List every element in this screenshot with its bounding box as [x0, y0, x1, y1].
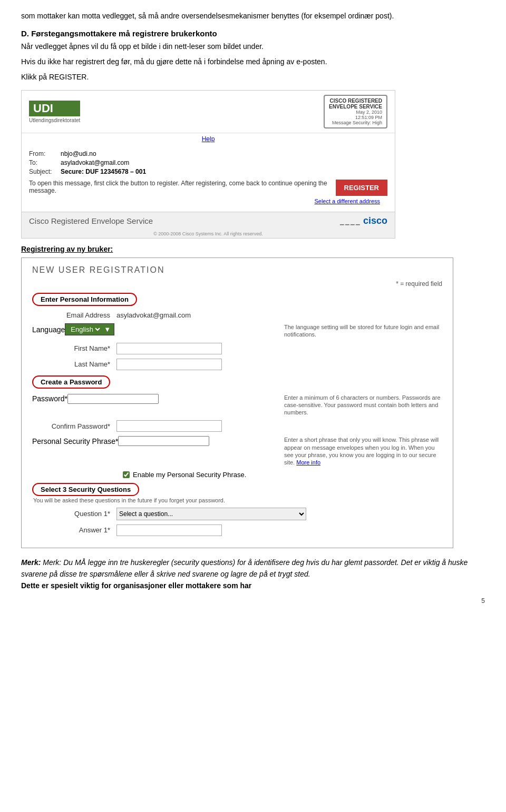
cisco-service-name: Cisco Registered Envelope Service [29, 216, 153, 225]
email-to-row: To: asyladvokat@gmail.com [29, 159, 387, 166]
stamp-date: May 2, 2010 [329, 110, 382, 115]
security-phrase-input[interactable] [118, 436, 209, 446]
cisco-footer: Cisco Registered Envelope Service ▁▁▁▁ c… [22, 212, 395, 230]
confirm-password-row: Confirm Password* [32, 420, 442, 432]
select-questions-pill: Select 3 Security Questions [32, 483, 139, 496]
udi-logo-text: UDI [29, 101, 80, 116]
registration-section-label: Registrering av ny bruker: [21, 245, 485, 253]
bottom-text-line1: Merk: Du MÅ legge inn tre huskeregler (s… [21, 558, 468, 578]
confirm-password-label: Confirm Password* [32, 422, 116, 430]
language-select-area[interactable]: English Norsk ▼ [65, 323, 114, 335]
answer1-row: Answer 1* [32, 524, 442, 536]
password-label: Password* [32, 394, 67, 403]
security-phrase-label: Personal Security Phrase* [32, 437, 118, 445]
subject-value: Secure: DUF 12345678 – 001 [61, 168, 146, 175]
dropdown-arrow-icon: ▼ [104, 325, 111, 333]
email-from-row: From: nbjo@udi.no [29, 150, 387, 157]
stamp-time: 12:51:09 PM [329, 115, 382, 120]
stamp-title: CISCO REGISTEREDENVELOPE SERVICE [329, 98, 382, 110]
first-name-input[interactable] [116, 343, 222, 354]
udi-logo-subtitle: Utlendingsdirektoratet [29, 117, 80, 123]
answer1-label: Answer 1* [32, 526, 116, 534]
intro-para2: Hvis du ikke har registrert deg før, må … [21, 56, 485, 67]
udi-logo: UDI Utlendingsdirektoratet [29, 101, 80, 123]
required-note: * = required field [32, 280, 442, 288]
password-pill: Create a Password [32, 375, 110, 389]
page-number: 5 [21, 597, 485, 605]
email-screenshot: UDI Utlendingsdirektoratet CISCO REGISTE… [21, 90, 395, 239]
select-questions-note: You will be asked these questions in the… [33, 497, 442, 503]
language-left: Language English Norsk ▼ [32, 323, 277, 335]
email-address-value: asyladvokat@gmail.com [116, 311, 191, 319]
enable-security-phrase-row: Enable my Personal Security Phrase. [123, 471, 442, 479]
from-label: From: [29, 150, 61, 157]
email-message-text: To open this message, first click the bu… [29, 180, 328, 194]
intro-para1: Når vedlegget åpnes vil du få opp et bil… [21, 41, 485, 52]
help-link[interactable]: Help [22, 133, 395, 145]
intro-text1: som mottaker kan motta vedlegget, så må … [21, 11, 485, 22]
select-address-link[interactable]: Select a different address [29, 196, 387, 206]
language-dropdown[interactable]: English Norsk ▼ [65, 323, 114, 335]
language-hint: The language setting will be stored for … [284, 323, 442, 339]
stamp-area: CISCO REGISTEREDENVELOPE SERVICE May 2, … [324, 95, 387, 128]
stamp-security: Message Security: High [329, 120, 382, 125]
registration-form: NEW USER REGISTRATION * = required field… [21, 258, 453, 548]
personal-info-pill: Enter Personal Information [32, 293, 137, 306]
last-name-row: Last Name* [32, 359, 442, 370]
password-hint: Enter a minimum of 6 characters or numbe… [284, 394, 442, 417]
section-d-heading: D. Førstegangsmottakere må registrere br… [21, 29, 485, 38]
language-row: Language English Norsk ▼ The language se… [32, 323, 442, 339]
answer1-input[interactable] [116, 524, 222, 536]
email-address-row: Email Address asyladvokat@gmail.com [32, 311, 442, 319]
cisco-copyright: © 2000-2008 Cisco Systems Inc. All right… [22, 230, 395, 238]
password-left: Password* [32, 394, 277, 404]
email-address-label: Email Address [32, 311, 116, 319]
first-name-label: First Name* [32, 344, 116, 352]
intro-para3: Klikk på REGISTER. [21, 72, 485, 83]
last-name-label: Last Name* [32, 360, 116, 368]
subject-label: Subject: [29, 168, 61, 175]
bottom-text: Merk: Merk: Du MÅ legge inn tre huskereg… [21, 557, 485, 592]
confirm-password-input[interactable] [116, 420, 222, 432]
question1-label: Question 1* [32, 510, 116, 518]
cisco-logo-text: cisco [363, 215, 387, 226]
question1-row: Question 1* Select a question... [32, 508, 442, 520]
enable-security-phrase-checkbox[interactable] [123, 471, 130, 478]
cisco-logo-area: ▁▁▁▁ cisco [340, 215, 387, 226]
merk-bold: Merk: [21, 558, 41, 567]
first-name-row: First Name* [32, 343, 442, 354]
register-button[interactable]: REGISTER [336, 180, 387, 196]
bottom-text-line2: Dette er spesielt viktig for organisasjo… [21, 581, 251, 590]
email-subject-row: Subject: Secure: DUF 12345678 – 001 [29, 168, 387, 175]
form-title: NEW USER REGISTRATION [32, 265, 442, 275]
security-phrase-row: Personal Security Phrase* Enter a short … [32, 436, 442, 466]
more-info-link[interactable]: More info [296, 459, 320, 466]
password-input[interactable] [67, 394, 159, 404]
from-value: nbjo@udi.no [61, 150, 96, 157]
last-name-input[interactable] [116, 359, 222, 370]
question1-select[interactable]: Select a question... [116, 508, 306, 520]
email-body: From: nbjo@udi.no To: asyladvokat@gmail.… [22, 145, 395, 212]
enable-security-phrase-label: Enable my Personal Security Phrase. [133, 471, 246, 479]
security-phrase-hint: Enter a short phrase that only you will … [284, 436, 442, 466]
email-message-area: To open this message, first click the bu… [29, 180, 387, 196]
language-select-input[interactable]: English Norsk [69, 325, 102, 334]
to-value: asyladvokat@gmail.com [61, 159, 129, 166]
password-row: Password* Enter a minimum of 6 character… [32, 394, 442, 417]
language-label: Language [32, 325, 65, 334]
email-header-bar: UDI Utlendingsdirektoratet CISCO REGISTE… [22, 91, 395, 133]
security-phrase-left: Personal Security Phrase* [32, 436, 277, 446]
to-label: To: [29, 159, 61, 166]
